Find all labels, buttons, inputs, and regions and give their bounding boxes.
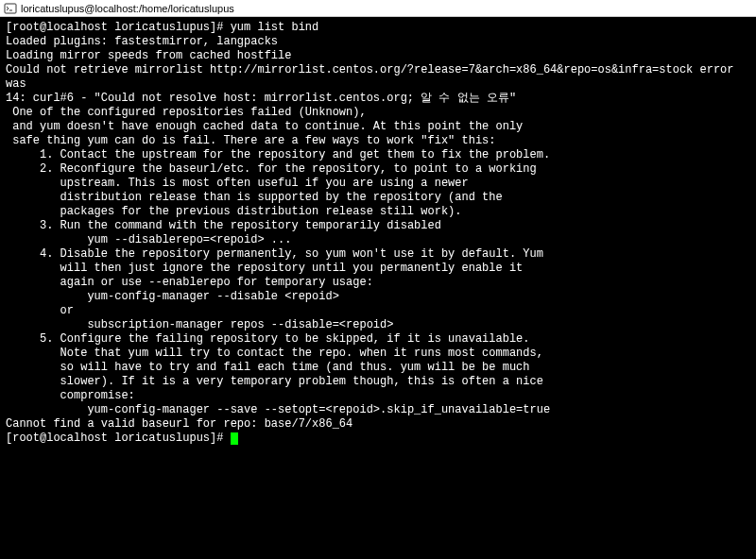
command: yum list bind <box>231 21 319 34</box>
output-line: yum-config-manager --save --setopt=<repo… <box>6 403 750 417</box>
output-line: safe thing yum can do is fail. There are… <box>6 134 750 148</box>
window-title: loricatuslupus@localhost:/home/loricatus… <box>21 3 234 14</box>
output-line: so will have to try and fail each time (… <box>6 361 750 375</box>
output-line: Loaded plugins: fastestmirror, langpacks <box>6 35 750 49</box>
output-line: Could not retrieve mirrorlist http://mir… <box>6 63 750 92</box>
output-line: 5. Configure the failing repository to b… <box>6 332 750 347</box>
terminal-output[interactable]: [root@localhost loricatuslupus]# yum lis… <box>0 17 756 559</box>
output-line: slower). If it is a very temporary probl… <box>6 375 750 389</box>
svg-rect-0 <box>5 4 16 13</box>
prompt: [root@localhost loricatuslupus]# <box>6 432 231 445</box>
output-line: 14: curl#6 - "Could not resolve host: mi… <box>6 92 750 106</box>
cursor <box>231 432 238 445</box>
output-line: upstream. This is most often useful if y… <box>6 177 750 191</box>
output-line: packages for the previous distribution r… <box>6 205 750 219</box>
output-line: Loading mirror speeds from cached hostfi… <box>6 49 750 63</box>
output-line: 4. Disable the repository permanently, s… <box>6 247 750 262</box>
output-line: or <box>6 304 750 318</box>
output-line: subscription-manager repos --disable=<re… <box>6 318 750 332</box>
output-line: Note that yum will try to contact the re… <box>6 347 750 361</box>
output-line: yum-config-manager --disable <repoid> <box>6 290 750 304</box>
output-line: compromise: <box>6 389 750 403</box>
terminal-icon <box>4 2 17 15</box>
window-titlebar: loricatuslupus@localhost:/home/loricatus… <box>0 0 756 17</box>
output-line: 2. Reconfigure the baseurl/etc. for the … <box>6 162 750 177</box>
prompt: [root@localhost loricatuslupus]# <box>6 21 231 34</box>
output-line: One of the configured repositories faile… <box>6 106 750 120</box>
output-line: Cannot find a valid baseurl for repo: ba… <box>6 417 750 432</box>
output-line: 1. Contact the upstream for the reposito… <box>6 148 750 162</box>
output-line: and yum doesn't have enough cached data … <box>6 120 750 134</box>
output-line: will then just ignore the repository unt… <box>6 262 750 276</box>
output-line: distribution release than is supported b… <box>6 191 750 205</box>
output-line: 3. Run the command with the repository t… <box>6 219 750 233</box>
output-line: again or use --enablerepo for temporary … <box>6 276 750 290</box>
output-line: yum --disablerepo=<repoid> ... <box>6 233 750 247</box>
